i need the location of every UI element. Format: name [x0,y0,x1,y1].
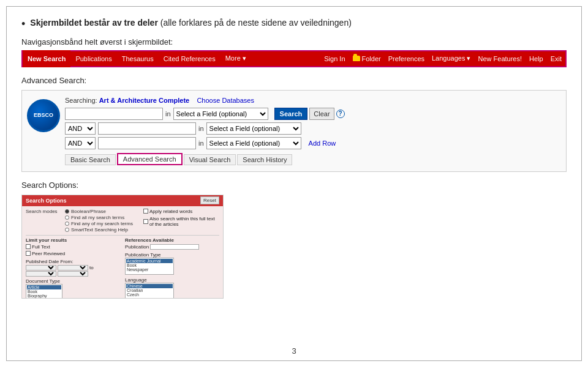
nav-item-help[interactable]: Help [526,50,547,67]
so-left-column: Limit your results Full Text Peer Review… [26,237,120,299]
nav-item-languages[interactable]: Languages ▾ [428,50,475,67]
so-lang-czech[interactable]: Czech [126,293,173,297]
field-select-3[interactable]: Select a Field (optional) [206,137,301,149]
nav-right: Sign In Folder Preferences Languages ▾ N… [320,50,565,67]
so-lang-chinese[interactable]: Chinese [126,284,173,288]
db-name: Art & Architecture Complete [99,97,190,104]
nav-item-exit[interactable]: Exit [547,50,565,67]
so-language-listbox[interactable]: Chinese Croatian Czech [125,283,174,299]
so-references-title: References Available [125,237,219,243]
so-doc-type-article[interactable]: Article [27,285,61,289]
so-body: Search modes Boolean/Phrase Find all my … [22,206,223,299]
so-also-search: Also search within this full text of the… [143,216,219,227]
search-row-2: ANDORNOT in Select a Field (optional) [65,122,559,135]
so-mode-1: Boolean/Phrase [65,209,141,214]
add-row-link[interactable]: Add Row [309,140,336,147]
tab-search-history[interactable]: Search History [237,154,292,165]
so-month-from[interactable] [26,265,56,270]
so-divider-1 [26,235,219,236]
so-doc-type-biography[interactable]: Biography [27,294,61,298]
ebsco-logo: EBSCO [27,99,60,132]
so-publication-input[interactable] [150,244,199,250]
choose-databases-link[interactable]: Choose Databases [197,97,254,104]
so-also-search-checkbox[interactable] [143,219,148,224]
bullet-point: Skjermbildet består av tre deler (alle f… [21,18,567,31]
navigation-bar: New Search Publications Thesaurus Cited … [21,50,567,67]
nav-item-folder[interactable]: Folder [349,50,385,67]
so-pub-type-listbox[interactable]: Academic Journal Book Newspaper [125,258,174,275]
so-apply-related: Apply related words [143,209,219,214]
so-pub-type-row: Publication Type Academic Journal Book N… [125,252,219,275]
so-full-text-checkbox[interactable] [26,244,31,249]
so-year-from[interactable] [58,265,88,270]
nav-item-preferences[interactable]: Preferences [385,50,428,67]
clear-button[interactable]: Clear [309,108,334,120]
ebsco-logo-text: EBSCO [34,112,53,119]
so-limit-title: Limit your results [26,237,120,243]
in-label-1: in [165,110,171,117]
help-icon[interactable]: ? [336,110,345,118]
so-doc-type-book[interactable]: Book [27,289,61,294]
so-publication-row: Publication [125,244,219,250]
folder-icon [353,56,360,61]
so-header-title: Search Options [26,198,67,204]
tab-visual-search[interactable]: Visual Search [184,154,236,165]
so-mode-2: Find all my search terms [65,215,141,220]
connector-select-3[interactable]: ANDORNOT [65,137,96,149]
so-pub-type-journal[interactable]: Academic Journal [126,259,173,263]
so-peer-reviewed-row: Peer Reviewed [26,251,120,256]
nav-item-cited-references[interactable]: Cited References [159,50,221,67]
so-pub-type-book[interactable]: Book [126,263,173,267]
page-number: 3 [292,346,296,356]
search-button[interactable]: Search [274,108,308,120]
so-month-to[interactable] [26,271,56,277]
tab-advanced-search[interactable]: Advanced Search [117,153,183,165]
so-limit-grid: Limit your results Full Text Peer Review… [26,237,219,299]
search-options-panel: Search Options Reset Search modes Boolea… [21,195,224,299]
so-radio-boolean[interactable] [65,209,69,214]
bullet-bold: Skjermbildet består av tre deler [30,18,158,28]
search-options-label: Search Options: [21,181,567,190]
so-year-to[interactable] [58,271,88,277]
field-select-2[interactable]: Select a Field (optional) [206,122,301,135]
so-peer-reviewed-checkbox[interactable] [26,251,31,256]
search-box-container: EBSCO Searching: Art & Architecture Comp… [21,90,567,172]
so-modes-options: Boolean/Phrase Find all my search terms … [65,209,141,233]
so-date-to-inputs [26,271,120,277]
nav-label: Navigasjonsbånd helt øverst i skjermbild… [21,37,567,47]
so-reset-button[interactable]: Reset [200,196,219,204]
so-pub-date-row: Published Date From: [26,259,120,264]
so-radio-smarttext[interactable] [65,228,69,232]
so-lang-croatian[interactable]: Croatian [126,288,173,293]
searching-line: Searching: Art & Architecture Complete C… [65,97,559,104]
nav-item-sign-in[interactable]: Sign In [320,50,349,67]
advanced-search-label: Advanced Search: [21,76,567,85]
field-select-1[interactable]: Select a Field (optional) [173,108,268,120]
nav-item-publications[interactable]: Publications [70,50,116,67]
search-row-3: ANDORNOT in Select a Field (optional) Ad… [65,137,559,149]
so-full-text-row: Full Text [26,244,120,250]
search-input-3[interactable] [98,137,196,149]
so-language-row: Language Chinese Croatian Czech [125,277,219,299]
nav-item-thesaurus[interactable]: Thesaurus [117,50,159,67]
nav-item-new-features[interactable]: New Features! [475,50,526,67]
so-mode-4: SmartText Searching Help [65,227,141,233]
nav-item-new-search[interactable]: New Search [23,50,70,67]
tab-bar: Basic Search Advanced Search Visual Sear… [65,153,559,165]
tab-basic-search[interactable]: Basic Search [65,154,116,165]
search-input-2[interactable] [98,122,196,135]
bullet-rest: (alle forklares på de neste sidene av ve… [158,18,352,28]
so-header: Search Options Reset [22,195,223,206]
search-input-1[interactable] [65,108,163,120]
so-mode-3: Find any of my search terms [65,221,141,226]
so-apply-checkbox[interactable] [143,209,148,214]
so-radio-all-terms[interactable] [65,215,69,220]
so-radio-any-terms[interactable] [65,222,69,226]
connector-select-2[interactable]: ANDORNOT [65,122,96,135]
so-search-modes-label: Search modes [26,209,62,214]
so-pub-type-newspaper[interactable]: Newspaper [126,267,173,272]
so-doc-type-listbox[interactable]: Article Book Biography [26,284,62,299]
so-date-inputs: to [26,265,120,270]
page-wrapper: Skjermbildet består av tre deler (alle f… [6,6,582,361]
nav-item-more[interactable]: More ▾ [221,50,251,67]
